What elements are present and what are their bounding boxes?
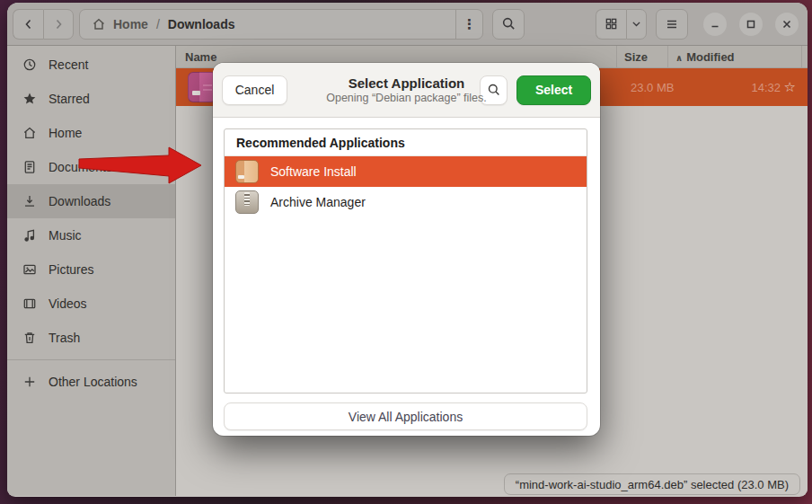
dialog-header: Cancel Select Application Opening “Debia… — [213, 63, 600, 118]
chevron-right-icon — [51, 17, 66, 31]
picture-icon — [22, 262, 37, 277]
maximize-icon — [746, 19, 756, 30]
sidebar-item-recent[interactable]: Recent — [7, 48, 175, 82]
sidebar-item-label: Documents — [49, 160, 112, 174]
archive-zip-icon — [235, 190, 259, 214]
sidebar-item-other-locations[interactable]: Other Locations — [7, 365, 175, 399]
deb-package-icon — [235, 160, 259, 183]
view-switcher — [596, 9, 647, 40]
sidebar: Recent Starred Home Documents Downloads … — [7, 46, 176, 496]
app-row-archive-manager[interactable]: Archive Manager — [225, 187, 587, 217]
path-menu-button[interactable]: ⋮ — [455, 10, 482, 39]
home-icon — [22, 126, 37, 140]
sidebar-item-label: Downloads — [49, 194, 110, 208]
cancel-button[interactable]: Cancel — [222, 75, 287, 105]
sidebar-item-music[interactable]: Music — [7, 218, 175, 252]
plus-icon — [22, 375, 37, 389]
hamburger-menu-button[interactable] — [656, 9, 688, 40]
minimize-icon — [710, 19, 720, 30]
home-icon — [92, 17, 106, 31]
back-button[interactable] — [13, 9, 43, 40]
path-bar[interactable]: Home / Downloads ⋮ — [79, 9, 483, 40]
document-icon — [22, 160, 37, 174]
grid-view-button[interactable] — [596, 9, 626, 40]
column-header-modified[interactable]: ∧Modified — [668, 50, 801, 64]
sidebar-item-label: Trash — [49, 331, 80, 345]
clock-icon — [22, 57, 37, 72]
sidebar-item-label: Pictures — [49, 262, 94, 277]
sidebar-item-label: Home — [49, 126, 82, 140]
app-name: Archive Manager — [270, 195, 366, 209]
dialog-body: Recommended Applications Software Instal… — [213, 118, 600, 436]
sidebar-item-starred[interactable]: Starred — [7, 82, 175, 116]
column-header-size[interactable]: Size — [617, 50, 667, 64]
chevron-left-icon — [22, 17, 36, 31]
hamburger-icon — [665, 17, 679, 31]
search-button[interactable] — [492, 9, 525, 40]
sidebar-item-pictures[interactable]: Pictures — [7, 252, 175, 287]
column-divider — [801, 46, 802, 67]
dots-menu-icon: ⋮ — [463, 16, 476, 32]
chevron-down-icon — [631, 18, 642, 30]
application-list: Recommended Applications Software Instal… — [224, 128, 587, 393]
app-row-software-install[interactable]: Software Install — [225, 156, 587, 187]
breadcrumb-current[interactable]: Downloads — [168, 17, 235, 31]
sidebar-divider — [7, 359, 175, 360]
film-icon — [22, 296, 37, 311]
sidebar-item-downloads[interactable]: Downloads — [7, 184, 175, 218]
close-button[interactable] — [775, 13, 799, 36]
dialog-title-block: Select Application Opening “Debian packa… — [290, 75, 524, 104]
forward-button[interactable] — [43, 9, 74, 40]
star-icon — [22, 92, 37, 106]
sort-ascending-icon: ∧ — [675, 53, 683, 63]
file-size-cell: 23.0 MB — [623, 81, 675, 94]
column-header-name[interactable]: Name — [176, 50, 616, 64]
breadcrumb-root[interactable]: Home — [113, 17, 148, 31]
minimize-button[interactable] — [703, 13, 727, 36]
download-icon — [22, 194, 37, 208]
trash-icon — [22, 331, 37, 345]
sidebar-item-label: Videos — [49, 296, 87, 311]
grid-view-icon — [605, 17, 618, 31]
sidebar-item-documents[interactable]: Documents — [7, 150, 175, 184]
sidebar-item-label: Other Locations — [49, 375, 137, 389]
status-bar: “mind-work-ai-studio_arm64.deb” selected… — [504, 473, 800, 495]
close-icon — [781, 19, 792, 30]
select-button[interactable]: Select — [516, 75, 591, 105]
dialog-subtitle: Opening “Debian package” files. — [290, 92, 524, 104]
headerbar: Home / Downloads ⋮ — [7, 3, 808, 46]
sidebar-item-label: Music — [49, 228, 82, 243]
breadcrumb-separator: / — [156, 17, 160, 31]
app-name: Software Install — [270, 164, 357, 179]
star-outline-icon[interactable]: ☆ — [784, 79, 796, 95]
sidebar-item-home[interactable]: Home — [7, 116, 175, 150]
history-nav — [13, 9, 74, 40]
sidebar-item-videos[interactable]: Videos — [7, 287, 175, 321]
view-all-applications-button[interactable]: View All Applications — [224, 402, 587, 430]
sidebar-item-label: Recent — [49, 57, 88, 72]
recommended-section-header: Recommended Applications — [225, 129, 587, 156]
music-note-icon — [22, 228, 37, 243]
dialog-title: Select Application — [290, 75, 524, 91]
select-application-dialog: Cancel Select Application Opening “Debia… — [213, 63, 600, 436]
search-icon — [501, 16, 516, 31]
sidebar-item-label: Starred — [49, 92, 90, 106]
status-text: “mind-work-ai-studio_arm64.deb” selected… — [516, 478, 789, 491]
view-options-button[interactable] — [626, 9, 647, 40]
sidebar-item-trash[interactable]: Trash — [7, 321, 175, 355]
maximize-button[interactable] — [739, 13, 763, 36]
window-controls — [703, 13, 799, 36]
